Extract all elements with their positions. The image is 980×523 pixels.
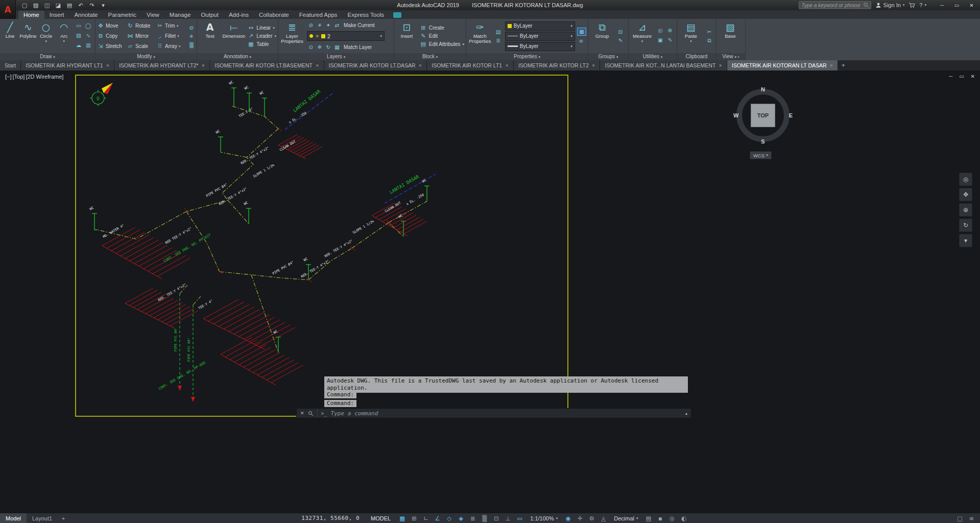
utility-tool-icon[interactable]: ◎ bbox=[656, 27, 664, 34]
properties-tool-icon[interactable]: ⊞ bbox=[577, 28, 586, 36]
viewcube-west[interactable]: W bbox=[733, 112, 738, 118]
annotation-visibility-icon[interactable]: ◉ bbox=[563, 514, 573, 522]
snap-icon[interactable]: ⊞ bbox=[409, 514, 419, 522]
model-tab[interactable]: Model bbox=[0, 513, 27, 523]
leader-button[interactable]: ↗Leader▾ bbox=[247, 33, 276, 39]
layer-tool-icon[interactable]: ☀ bbox=[316, 21, 324, 29]
ribbon-display-icon[interactable] bbox=[393, 12, 401, 18]
lineweight-icon[interactable]: ≣ bbox=[467, 514, 478, 522]
viewcube-east[interactable]: E bbox=[789, 112, 793, 118]
utility-tool-icon[interactable]: ▣ bbox=[656, 36, 664, 43]
draw-tool-icon[interactable]: ▭ bbox=[75, 22, 83, 29]
annotation-autoscale-icon[interactable]: ✛ bbox=[575, 514, 585, 522]
layer-tool-icon[interactable]: ❄ bbox=[316, 43, 324, 51]
lineweight-dropdown[interactable]: ByLayer▾ bbox=[505, 42, 575, 51]
command-input[interactable] bbox=[330, 410, 685, 417]
view-controls-button[interactable]: [Top] bbox=[13, 74, 25, 80]
create-button[interactable]: ⊞Create bbox=[420, 25, 464, 31]
doc-restore-button[interactable]: ▭ bbox=[959, 74, 964, 79]
layer-tool-icon[interactable]: ▦ bbox=[333, 43, 341, 51]
properties-tool-icon[interactable]: ≣ bbox=[494, 37, 503, 44]
lock-ui-icon[interactable]: ▪ bbox=[655, 514, 665, 522]
command-line[interactable]: ✕ >_ ▴ bbox=[296, 408, 691, 418]
layer-tool-icon[interactable]: ⇄ bbox=[333, 21, 341, 29]
file-tab[interactable]: ISOMETRIK AIR KOTOR LT.DASAR✕ bbox=[324, 60, 427, 70]
fillet-button[interactable]: ◞Fillet▾ bbox=[156, 31, 185, 41]
text-button[interactable]: AText bbox=[199, 20, 221, 52]
modify-panel-title[interactable]: Modify ▾ bbox=[95, 53, 197, 60]
search-icon[interactable] bbox=[863, 2, 869, 8]
clean-screen-icon[interactable]: ▢ bbox=[954, 514, 965, 522]
file-tab[interactable]: ISOMETRIK AIR KOTOR LT.BASEMENT✕ bbox=[210, 60, 324, 70]
close-tab-icon[interactable]: ✕ bbox=[592, 63, 595, 68]
save-icon[interactable]: ◫ bbox=[42, 1, 52, 9]
selection-cycling-icon[interactable]: ⊡ bbox=[491, 514, 501, 522]
properties-tool-icon[interactable]: ▤ bbox=[494, 28, 503, 35]
quick-properties-icon[interactable]: ▤ bbox=[643, 514, 654, 522]
insert-block-button[interactable]: ⊡Insert bbox=[396, 20, 418, 52]
open-file-icon[interactable]: ▨ bbox=[31, 1, 41, 9]
close-tab-icon[interactable]: ✕ bbox=[830, 63, 833, 68]
dimension-button[interactable]: ⟝Dimension bbox=[222, 20, 245, 52]
layer-on-icon[interactable] bbox=[309, 34, 313, 38]
steering-wheel-icon[interactable]: ◎ bbox=[959, 173, 972, 186]
close-tab-icon[interactable]: ✕ bbox=[106, 63, 110, 68]
copy-button[interactable]: ⧉Copy bbox=[97, 31, 126, 41]
customization-icon[interactable]: ≡ bbox=[966, 514, 977, 522]
modify-tool-icon[interactable]: ⊘ bbox=[187, 24, 196, 31]
recent-commands-icon[interactable] bbox=[308, 411, 314, 416]
close-tab-icon[interactable]: ✕ bbox=[505, 63, 509, 68]
isolate-objects-icon[interactable]: ◎ bbox=[666, 514, 677, 522]
rotate-button[interactable]: ↻Rotate bbox=[127, 21, 156, 31]
edit-attributes-button[interactable]: ▤Edit Attributes▾ bbox=[420, 41, 464, 47]
doc-close-button[interactable]: ✕ bbox=[971, 74, 975, 79]
view-panel-title[interactable]: View ▾ » bbox=[716, 53, 745, 60]
ribbon-tab-manage[interactable]: Manage bbox=[164, 11, 196, 19]
dynamic-ucs-icon[interactable]: ⊥ bbox=[503, 514, 513, 522]
array-button[interactable]: ⠿Array▾ bbox=[156, 41, 185, 52]
sign-in-button[interactable]: Sign In▾ bbox=[875, 2, 905, 8]
draw-tool-icon[interactable]: ∿ bbox=[84, 32, 92, 39]
layer-tool-icon[interactable]: ⊙ bbox=[307, 43, 315, 51]
base-view-button[interactable]: ▧Base bbox=[718, 20, 743, 52]
ribbon-tab-view[interactable]: View bbox=[141, 11, 164, 19]
file-tab[interactable]: ISOMETRIK AIR KOTORAN LT DASAR✕ bbox=[727, 60, 838, 70]
group-tool-icon[interactable]: ✎ bbox=[616, 37, 625, 44]
dynamic-input-icon[interactable]: ▭ bbox=[514, 514, 525, 522]
qat-dropdown-icon[interactable]: ▾ bbox=[98, 1, 108, 9]
doc-minimize-button[interactable]: ─ bbox=[949, 74, 952, 79]
app-store-button[interactable] bbox=[909, 2, 915, 8]
linetype-dropdown[interactable]: ByLayer▾ bbox=[505, 32, 575, 41]
properties-panel-title[interactable]: Properties ▾ bbox=[466, 53, 588, 60]
showmotion-icon[interactable]: ▾ bbox=[959, 234, 972, 247]
plot-icon[interactable]: ▤ bbox=[64, 1, 75, 9]
layout1-tab[interactable]: Layout1 bbox=[27, 513, 58, 523]
ribbon-tab-add-ins[interactable]: Add-ins bbox=[224, 11, 254, 19]
edit-button[interactable]: ✎Edit bbox=[420, 33, 464, 39]
match-layer-button[interactable]: Match Layer bbox=[344, 44, 372, 50]
group-tool-icon[interactable]: ⊟ bbox=[616, 28, 625, 35]
block-panel-title[interactable]: Block ▾ bbox=[394, 53, 466, 60]
app-menu-button[interactable]: A bbox=[0, 0, 16, 19]
properties-tool-icon[interactable]: ≡ bbox=[577, 37, 585, 44]
search-input[interactable] bbox=[801, 2, 862, 9]
zoom-icon[interactable]: ⊕ bbox=[959, 203, 972, 217]
orbit-icon[interactable]: ↻ bbox=[959, 219, 972, 232]
paste-button[interactable]: ▤Paste▾ bbox=[679, 20, 703, 52]
infocenter-search[interactable] bbox=[799, 1, 871, 9]
draw-tool-icon[interactable]: ☁ bbox=[75, 41, 83, 49]
file-tab[interactable]: ISOMETRIK AIR HYDRANT LT1✕ bbox=[21, 60, 114, 70]
ribbon-tab-parametric[interactable]: Parametric bbox=[103, 11, 142, 19]
line-button[interactable]: ╱Line bbox=[2, 20, 18, 52]
file-tab[interactable]: ISOMETRIK AIR KOTOR LT2✕ bbox=[514, 60, 601, 70]
isodraft-icon[interactable]: ◇ bbox=[444, 514, 455, 522]
trim-button[interactable]: ✂Trim▾ bbox=[156, 21, 185, 31]
utility-tool-icon[interactable]: ✎ bbox=[666, 36, 674, 43]
chevron-down-icon[interactable]: ▾ bbox=[570, 24, 572, 28]
circle-button[interactable]: ○Circle▾ bbox=[38, 20, 55, 52]
viewcube-north[interactable]: N bbox=[761, 86, 765, 92]
layer-tool-icon[interactable]: ↻ bbox=[324, 43, 332, 51]
close-tab-icon[interactable]: ✕ bbox=[419, 63, 422, 68]
mirror-button[interactable]: ⋈Mirror bbox=[127, 31, 156, 41]
chevron-down-icon[interactable]: ▾ bbox=[380, 34, 382, 38]
